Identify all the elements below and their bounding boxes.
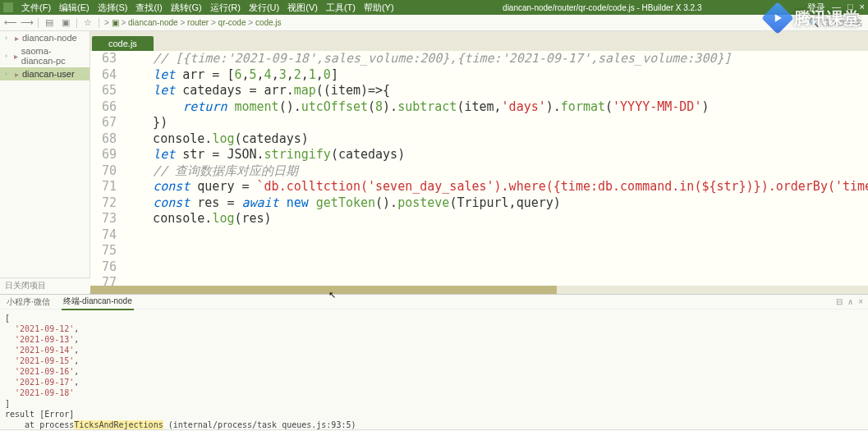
editor-tabs: code.js [90,31,868,51]
file-icon[interactable]: ▤ [44,17,55,29]
folder-icon: ▸ [15,70,19,79]
line-number: 69 [90,147,117,163]
tab-miniprogram[interactable]: 小程序·微信 [5,295,52,309]
sidebar-footer[interactable]: 日关闭项目 [0,277,90,293]
line-number: 73 [90,211,117,227]
scrollbar-thumb[interactable] [90,286,557,294]
window-title: diancan-node/router/qr-code/code.js - HB… [397,3,807,12]
editor-area: code.js 636465666768697071727374757677 /… [90,31,868,294]
sidebar-item-diancan-node[interactable]: ›▸diancan-node [0,31,90,44]
line-number: 65 [90,83,117,99]
menu-item-1[interactable]: 编辑(E) [56,2,93,14]
code-line[interactable]: }) [123,115,868,131]
forward-icon[interactable]: ⟶ [21,17,33,29]
star-icon[interactable]: ☆ [82,17,94,29]
watermark: 腾讯课堂 [766,7,860,30]
menu-item-6[interactable]: 发行(U) [246,2,282,14]
menu-item-8[interactable]: 工具(T) [323,2,359,14]
titlebar: 文件(F)编辑(E)选择(S)查找(I)跳转(G)运行(R)发行(U)视图(V)… [0,0,868,15]
watermark-text: 腾讯课堂 [794,7,860,30]
line-gutter: 636465666768697071727374757677 [90,51,123,286]
code-lines[interactable]: // [{time:'2021-09-18',sales_volume:200}… [123,51,868,286]
line-number: 63 [90,51,117,67]
line-number: 70 [90,163,117,180]
folder-icon: ▸ [14,52,18,61]
menu-item-4[interactable]: 跳转(G) [168,2,205,14]
code-line[interactable]: return moment().utcOffset(8).subtract(it… [123,99,868,116]
panel-close-icon[interactable]: × [858,297,863,306]
code-line[interactable]: let arr = [6,5,4,3,2,1,0] [123,67,868,84]
toolbar: ⟵ ⟶ ▤ ▣ ☆ > ▣ > diancan-node > router > … [0,15,868,31]
sidebar-item-saoma-diancan-pc[interactable]: ›▸saoma-diancan-pc [0,44,90,67]
sidebar-item-label: diancan-node [22,33,77,43]
breadcrumb[interactable]: > ▣ > diancan-node > router > qr-code > … [104,18,282,27]
horizontal-scrollbar[interactable] [90,286,868,294]
sidebar-item-label: saoma-diancan-pc [21,46,85,66]
code-line[interactable] [123,275,868,286]
main-area: ›▸diancan-node›▸saoma-diancan-pc›▸dianca… [0,31,868,294]
back-icon[interactable]: ⟵ [5,17,16,29]
menu-item-7[interactable]: 视图(V) [284,2,321,14]
terminal-icon[interactable]: ▣ [60,17,71,29]
code-line[interactable]: const query = `db.colltction('seven_day_… [123,179,868,195]
line-number: 76 [90,259,117,276]
main-menu: 文件(F)编辑(E)选择(S)查找(I)跳转(G)运行(R)发行(U)视图(V)… [18,2,397,14]
code-line[interactable]: // [{time:'2021-09-18',sales_volume:200}… [123,51,868,67]
closed-projects-label: 日关闭项目 [5,281,46,290]
code-line[interactable]: const res = await new getToken().posteve… [123,195,868,212]
close-icon[interactable]: × [860,2,865,14]
panel-up-icon[interactable]: ∧ [847,297,853,306]
code-editor[interactable]: 636465666768697071727374757677 // [{time… [90,51,868,286]
chevron-right-icon: › [5,34,11,42]
code-line[interactable]: let catedays = arr.map((item)=>{ [123,83,868,99]
chevron-right-icon: › [5,52,11,60]
code-line[interactable]: // 查询数据库对应的日期 [123,163,868,180]
line-number: 74 [90,227,117,244]
tab-terminal[interactable]: 终端-diancan-node [62,294,134,310]
tab-code-js[interactable]: code.js [92,36,154,51]
bottom-panel: 小程序·微信 终端-diancan-node ⊟ ∧ × [ '2021-09-… [0,294,868,429]
sidebar-item-label: diancan-user [22,69,75,79]
menu-item-2[interactable]: 选择(S) [94,2,131,14]
panel-controls: ⊟ ∧ × [836,297,863,306]
code-line[interactable] [123,259,868,276]
code-line[interactable]: let str = JSON.stringify(catedays) [123,147,868,163]
chevron-right-icon: › [5,70,11,78]
menu-item-3[interactable]: 查找(I) [132,2,165,14]
code-line[interactable]: console.log(res) [123,211,868,227]
line-number: 68 [90,131,117,148]
bottom-tabs: 小程序·微信 终端-diancan-node ⊟ ∧ × [0,295,868,309]
menu-item-9[interactable]: 帮助(Y) [361,2,397,14]
panel-collapse-icon[interactable]: ⊟ [836,297,843,306]
line-number: 72 [90,195,117,212]
project-sidebar: ›▸diancan-node›▸saoma-diancan-pc›▸dianca… [0,31,90,294]
line-number: 75 [90,243,117,259]
menu-item-0[interactable]: 文件(F) [18,2,54,14]
line-number: 66 [90,99,117,116]
code-line[interactable]: console.log(catedays) [123,131,868,148]
folder-icon: ▸ [15,34,19,43]
code-line[interactable] [123,243,868,259]
line-number: 77 [90,275,117,286]
watermark-logo-icon [761,2,794,34]
code-line[interactable] [123,227,868,244]
console-output[interactable]: [ '2021-09-12', '2021-09-13', '2021-09-1… [0,309,868,429]
line-number: 64 [90,67,117,84]
line-number: 71 [90,179,117,195]
menu-item-5[interactable]: 运行(R) [207,2,244,14]
sidebar-item-diancan-user[interactable]: ›▸diancan-user [0,67,90,80]
line-number: 67 [90,115,117,131]
app-icon [3,2,13,12]
